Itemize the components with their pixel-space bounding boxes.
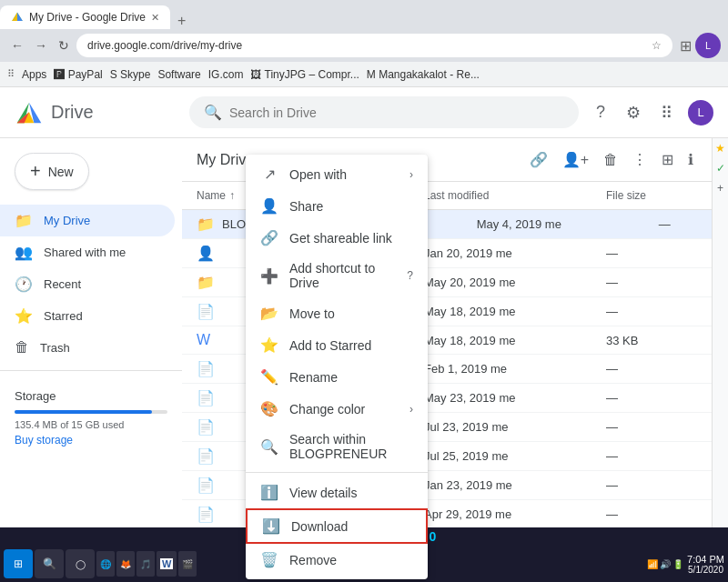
taskbar-word[interactable]: W xyxy=(157,551,177,577)
help-icon[interactable]: ? xyxy=(590,102,612,124)
extensions-icon[interactable]: ⊞ xyxy=(680,37,692,55)
submenu-arrow-icon: › xyxy=(410,168,413,181)
file-size: — xyxy=(659,217,712,231)
bookmark-apps[interactable]: Apps xyxy=(22,68,46,81)
file-date: May 18, 2019 me xyxy=(424,305,606,318)
menu-item-view-details[interactable]: ℹ️ View details xyxy=(246,477,428,508)
sidebar-item-recent[interactable]: 🕐 Recent xyxy=(0,268,175,300)
tab-close-button[interactable]: ✕ xyxy=(151,12,159,24)
color-icon: 🎨 xyxy=(260,400,278,417)
forward-button[interactable]: → xyxy=(31,36,51,55)
system-tray: 📶 🔊 🔋 xyxy=(647,559,683,569)
sidebar-item-shared[interactable]: 👥 Shared with me xyxy=(0,236,175,268)
chrome-icon: 🌐 xyxy=(100,559,111,569)
open-with-icon: ↗ xyxy=(260,166,278,183)
star-icon[interactable]: ☆ xyxy=(652,39,662,52)
apps-icon[interactable]: ⠿ xyxy=(7,68,15,80)
url-bar[interactable]: drive.google.com/drive/my-drive ☆ xyxy=(76,34,672,57)
active-tab[interactable]: My Drive - Google Drive ✕ xyxy=(0,5,170,29)
sidebar-item-trash[interactable]: 🗑 Trash xyxy=(0,332,175,363)
taskbar-media[interactable]: 🎬 xyxy=(178,551,197,577)
info-icon[interactable]: ℹ xyxy=(684,147,697,172)
col-size[interactable]: File size xyxy=(606,189,697,202)
menu-color-label: Change color xyxy=(289,402,399,416)
file-size: — xyxy=(606,391,697,405)
menu-starred-label: Add to Starred xyxy=(289,338,413,353)
menu-share-label: Share xyxy=(289,199,413,214)
doc-icon: 📄 xyxy=(197,447,215,465)
folder-icon: 📁 xyxy=(197,216,215,233)
bookmark-mangakakalot[interactable]: M Mangakakalot - Re... xyxy=(367,68,480,81)
new-button[interactable]: + New xyxy=(15,153,89,190)
menu-item-add-starred[interactable]: ⭐ Add to Starred xyxy=(246,329,428,361)
menu-item-open-with[interactable]: ↗ Open with › xyxy=(246,158,428,190)
col-modified[interactable]: Last modified xyxy=(424,189,606,202)
plus-icon: + xyxy=(30,161,41,182)
menu-item-download[interactable]: ⬇️ Download xyxy=(246,508,428,544)
sidebar-item-my-drive[interactable]: 📁 My Drive xyxy=(0,205,175,236)
menu-item-move-to[interactable]: 📂 Move to xyxy=(246,297,428,329)
search-input[interactable] xyxy=(229,105,564,120)
user-avatar[interactable]: L xyxy=(688,100,713,125)
file-date: May 23, 2019 me xyxy=(424,391,606,405)
bookmark-igcom[interactable]: IG.com xyxy=(208,68,244,81)
file-size: — xyxy=(606,478,697,492)
drive-header: Drive 🔍 ? ⚙ ⠿ L xyxy=(0,87,728,138)
download-icon: ⬇️ xyxy=(262,517,280,535)
cortana-icon: ◯ xyxy=(76,559,86,569)
address-bar: ← → ↻ drive.google.com/drive/my-drive ☆ … xyxy=(0,29,728,62)
folder-icon: 📁 xyxy=(197,274,215,291)
panel-star-icon[interactable]: ★ xyxy=(715,142,725,155)
taskbar-cortana[interactable]: ◯ xyxy=(66,549,95,578)
menu-item-add-shortcut[interactable]: ➕ Add shortcut to Drive ? xyxy=(246,254,428,297)
file-date: Jul 25, 2019 me xyxy=(424,449,606,463)
grid-view-icon[interactable]: ⊞ xyxy=(658,147,677,172)
menu-remove-label: Remove xyxy=(289,553,413,567)
menu-search-within-label: Search within BLOGPRENEUR xyxy=(289,432,413,461)
taskbar-search[interactable]: 🔍 xyxy=(35,549,64,578)
menu-item-search-within[interactable]: 🔍 Search within BLOGPRENEUR xyxy=(246,425,428,468)
back-button[interactable]: ← xyxy=(7,36,27,55)
bookmark-paypal[interactable]: 🅿 PayPal xyxy=(54,68,102,81)
sidebar-starred-label: Starred xyxy=(44,309,83,323)
delete-icon[interactable]: 🗑 xyxy=(600,148,622,172)
menu-item-get-link[interactable]: 🔗 Get shareable link xyxy=(246,222,428,254)
profile-avatar[interactable]: L xyxy=(695,33,721,58)
more-options-icon[interactable]: ⋮ xyxy=(629,147,651,172)
menu-item-remove[interactable]: 🗑️ Remove xyxy=(246,544,428,576)
add-starred-icon: ⭐ xyxy=(260,336,278,354)
apps-grid-icon[interactable]: ⠿ xyxy=(655,102,677,124)
sidebar: + New 📁 My Drive 👥 Shared with me 🕐 Rece… xyxy=(0,138,182,582)
bookmark-tinyjpg[interactable]: 🖼 TinyJPG – Compr... xyxy=(250,68,359,81)
file-date: Apr 29, 2019 me xyxy=(424,507,606,521)
menu-item-rename[interactable]: ✏️ Rename xyxy=(246,361,428,393)
reload-button[interactable]: ↻ xyxy=(55,36,73,55)
file-size: — xyxy=(606,420,697,434)
settings-icon[interactable]: ⚙ xyxy=(622,102,644,124)
taskbar-firefox[interactable]: 🦊 xyxy=(116,551,135,577)
taskbar-chrome[interactable]: 🌐 xyxy=(96,551,115,577)
bookmark-skype[interactable]: S Skype xyxy=(110,68,151,81)
doc-icon: 📄 xyxy=(197,360,215,377)
panel-plus-icon[interactable]: + xyxy=(717,182,723,195)
file-date: Feb 1, 2019 me xyxy=(424,362,606,376)
bookmark-software[interactable]: Software xyxy=(157,68,200,81)
add-person-icon[interactable]: 👤+ xyxy=(559,147,592,172)
sidebar-item-starred[interactable]: ⭐ Starred xyxy=(0,300,175,332)
add-shortcut-icon: ➕ xyxy=(260,267,278,285)
share-link-icon[interactable]: 🔗 xyxy=(526,147,551,172)
panel-check-icon[interactable]: ✓ xyxy=(716,162,725,175)
new-tab-button[interactable]: + xyxy=(170,13,193,29)
search-bar[interactable]: 🔍 xyxy=(189,96,579,128)
drive-logo-icon xyxy=(15,100,44,125)
sidebar-shared-label: Shared with me xyxy=(44,246,126,259)
buy-storage-link[interactable]: Buy storage xyxy=(15,434,167,447)
menu-item-share[interactable]: 👤 Share xyxy=(246,190,428,222)
menu-item-change-color[interactable]: 🎨 Change color › xyxy=(246,393,428,425)
battery-icon: 🔋 xyxy=(672,559,683,569)
start-button[interactable]: ⊞ xyxy=(4,549,33,578)
url-text: drive.google.com/drive/my-drive xyxy=(87,39,652,52)
taskbar-winamp[interactable]: 🎵 xyxy=(136,551,155,577)
file-size: — xyxy=(606,362,697,376)
share-icon: 👤 xyxy=(260,197,278,215)
